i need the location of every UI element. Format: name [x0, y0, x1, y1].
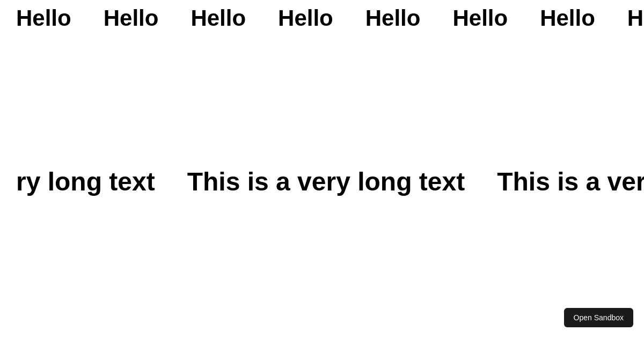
hello-item: Hello	[524, 5, 611, 31]
open-sandbox-button[interactable]: Open Sandbox	[564, 308, 633, 327]
long-text-row: ry long text This is a very long text Th…	[0, 167, 644, 196]
hello-item: Hello	[611, 5, 644, 31]
hello-item: Hello	[262, 5, 349, 31]
hello-item: Hello	[174, 5, 262, 31]
hello-item: Hello	[0, 5, 87, 31]
long-text-item: This is a very long text	[481, 167, 644, 196]
hello-item: Hello	[87, 5, 175, 31]
hello-item: Hello	[349, 5, 437, 31]
hello-item: Hello	[436, 5, 524, 31]
long-text-item: This is a very long text	[171, 167, 481, 196]
long-text-partial: ry long text	[0, 167, 171, 196]
hello-row: Hello Hello Hello Hello Hello Hello Hell…	[0, 5, 644, 31]
